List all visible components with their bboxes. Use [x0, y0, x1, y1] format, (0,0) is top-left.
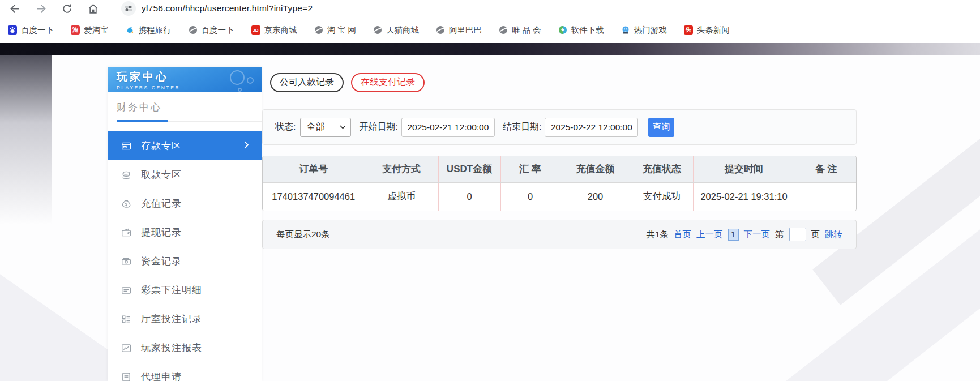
list-card-icon	[121, 285, 131, 296]
table-header-row: 订单号 支付方式 USDT金额 汇 率 充值金额 充值状态 提交时间 备 注	[263, 156, 857, 182]
bookmark-baidu[interactable]: 百度一下	[8, 25, 54, 36]
col-order-number: 订单号	[263, 156, 365, 182]
sidebar-item-label: 提现记录	[141, 226, 182, 239]
reload-icon[interactable]	[61, 3, 72, 14]
back-icon[interactable]	[9, 3, 20, 14]
bookmark-label: 唯 品 会	[512, 25, 541, 36]
toutiao-icon: 头	[684, 25, 693, 35]
bookmark-label: 阿里巴巴	[449, 25, 482, 36]
sidebar: 玩家中心 PLAYERS CENTER 财务中心 存款专区 取款专区	[108, 67, 262, 381]
sidebar-section-title: 财务中心	[117, 101, 262, 114]
sidebar-item-player-report[interactable]: 玩家投注报表	[108, 333, 262, 362]
sidebar-section: 财务中心	[108, 92, 262, 122]
chevron-down-icon	[340, 125, 346, 129]
tab-company-deposit-records[interactable]: 公司入款记录	[270, 73, 344, 92]
bookmark-alibaba[interactable]: 阿里巴巴	[436, 25, 482, 36]
money-bag-icon	[121, 199, 131, 209]
tab-online-payment-records[interactable]: 在线支付记录	[351, 73, 425, 92]
status-label: 状态:	[275, 121, 296, 133]
jump-prefix-text: 第	[775, 229, 784, 241]
globe-icon	[189, 25, 198, 35]
sidebar-item-deposit[interactable]: 存款专区	[108, 131, 262, 160]
jump-page-input[interactable]	[789, 228, 806, 241]
document-icon	[121, 372, 131, 381]
bookmark-aitaobao[interactable]: 淘 爱淘宝	[71, 25, 109, 36]
page-body: 玩家中心 PLAYERS CENTER 财务中心 存款专区 取款专区	[0, 43, 980, 381]
browser-toolbar: yl756.com/hhcp/usercenter.html?iniType=2	[0, 0, 980, 17]
chevron-right-icon	[243, 140, 249, 149]
banknote-icon	[121, 256, 131, 267]
ctrip-icon	[126, 25, 135, 35]
page-size-text: 每页显示20条	[276, 229, 330, 241]
bookmark-ctrip[interactable]: 携程旅行	[126, 25, 172, 36]
next-page-link[interactable]: 下一页	[744, 229, 771, 241]
start-date-input[interactable]	[401, 118, 495, 137]
background-fade	[0, 55, 52, 225]
gamepad-icon	[229, 69, 256, 92]
sidebar-item-funds-record[interactable]: 资金记录	[108, 247, 262, 276]
query-button[interactable]: 查询	[648, 118, 674, 137]
first-page-link[interactable]: 首页	[674, 229, 691, 241]
globe-icon	[373, 25, 382, 35]
cell-recharge-amount: 200	[560, 182, 631, 211]
home-icon[interactable]	[87, 3, 99, 14]
bookmark-tmall[interactable]: 天猫商城	[373, 25, 419, 36]
chart-report-icon	[121, 343, 131, 353]
screen: yl756.com/hhcp/usercenter.html?iniType=2…	[0, 0, 980, 381]
bookmark-vip[interactable]: 唯 品 会	[499, 25, 541, 36]
sidebar-item-label: 彩票下注明细	[141, 284, 202, 297]
cell-order-number: 1740137470094461	[263, 182, 365, 211]
end-date-input[interactable]	[545, 118, 638, 137]
record-tabs: 公司入款记录 在线支付记录	[270, 73, 425, 92]
sidebar-item-agent-apply[interactable]: 代理申请	[108, 362, 262, 381]
col-payment-method: 支付方式	[365, 156, 438, 182]
col-recharge-amount: 充值金额	[560, 156, 631, 182]
sidebar-item-withdraw-record[interactable]: 提现记录	[108, 218, 262, 247]
taobao-icon: 淘	[71, 25, 80, 35]
globe-icon	[436, 25, 445, 35]
col-remark: 备 注	[795, 156, 857, 182]
col-exchange-rate: 汇 率	[500, 156, 560, 182]
bookmark-label: 头条新闻	[697, 25, 730, 36]
bookmark-taobao-site[interactable]: 淘 宝 网	[314, 25, 357, 36]
bookmark-baidu2[interactable]: 百度一下	[189, 25, 234, 36]
prev-page-link[interactable]: 上一页	[696, 229, 723, 241]
table-row: 1740137470094461 虚拟币 0 0 200 支付成功 2025-0…	[263, 182, 857, 211]
deposit-card-icon	[121, 141, 131, 151]
sidebar-item-label: 厅室投注记录	[141, 312, 202, 326]
sidebar-menu: 存款专区 取款专区 充值记录 提现记录 资金记录	[108, 131, 262, 381]
col-submit-time: 提交时间	[693, 156, 795, 182]
globe-icon	[314, 25, 323, 35]
software-download-icon	[558, 25, 567, 35]
site-info-icon[interactable]	[121, 1, 136, 16]
sidebar-item-withdraw[interactable]: 取款专区	[108, 160, 262, 189]
sidebar-item-recharge-record[interactable]: 充值记录	[108, 189, 262, 218]
jump-link[interactable]: 跳转	[825, 229, 842, 241]
bookmarks-bar: 百度一下 淘 爱淘宝 携程旅行 百度一下 JD 京东商城 淘 宝 网 天猫商城 …	[0, 17, 980, 43]
total-count-text: 共1条	[646, 229, 669, 241]
sidebar-item-label: 玩家投注报表	[141, 341, 202, 354]
bookmark-label: 携程旅行	[139, 25, 172, 36]
hand-coins-icon	[121, 170, 131, 180]
records-table: 订单号 支付方式 USDT金额 汇 率 充值金额 充值状态 提交时间 备 注 1	[262, 156, 857, 211]
bookmark-toutiao[interactable]: 头 头条新闻	[684, 25, 730, 36]
bookmark-software[interactable]: 软件下载	[558, 25, 604, 36]
pagination-controls: 共1条 首页 上一页 1 下一页 第 页 跳转	[646, 228, 842, 241]
address-bar[interactable]: yl756.com/hhcp/usercenter.html?iniType=2	[142, 3, 313, 14]
bookmark-label: 百度一下	[21, 25, 54, 36]
section-underline	[117, 121, 262, 122]
forward-icon[interactable]	[35, 3, 46, 14]
bookmark-jd[interactable]: JD 京东商城	[251, 25, 297, 36]
cell-remark	[795, 182, 857, 211]
sidebar-item-label: 代理申请	[141, 370, 182, 381]
status-select[interactable]: 全部	[300, 118, 351, 137]
jump-suffix-text: 页	[811, 229, 820, 241]
current-page-badge[interactable]: 1	[728, 229, 739, 241]
sidebar-item-hall-bets[interactable]: 厅室投注记录	[108, 305, 262, 333]
bookmark-games[interactable]: 热门游戏	[621, 25, 667, 36]
globe-icon	[499, 25, 508, 35]
sidebar-header: 玩家中心 PLAYERS CENTER	[108, 67, 262, 92]
sidebar-item-lottery-bets[interactable]: 彩票下注明细	[108, 276, 262, 305]
jd-icon: JD	[251, 25, 260, 35]
baidu-icon	[8, 25, 17, 35]
